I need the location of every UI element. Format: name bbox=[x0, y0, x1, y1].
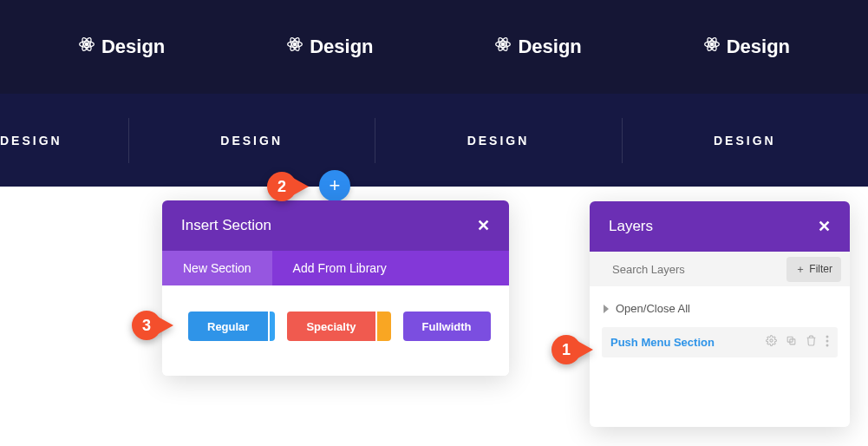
brand-label: Design bbox=[727, 36, 790, 58]
callout-2: 2 bbox=[267, 172, 297, 201]
tab-label: New Section bbox=[183, 261, 251, 275]
duplicate-icon[interactable] bbox=[786, 335, 797, 350]
regular-group: Regular bbox=[188, 312, 275, 341]
atom-icon bbox=[78, 36, 95, 58]
regular-button[interactable]: Regular bbox=[188, 312, 268, 341]
brand-item: Design bbox=[286, 36, 373, 58]
layer-item-label: Push Menu Section bbox=[610, 336, 766, 349]
atom-icon bbox=[286, 36, 303, 58]
nav-label: DESIGN bbox=[467, 134, 530, 148]
nav-item[interactable]: DESIGN bbox=[128, 134, 375, 148]
specialty-button[interactable]: Specialty bbox=[287, 312, 375, 341]
specialty-button-accent[interactable] bbox=[377, 312, 391, 341]
brand-item: Design bbox=[78, 36, 165, 58]
layers-toolbar: ＋ Filter bbox=[590, 252, 850, 286]
svg-point-0 bbox=[85, 43, 88, 45]
regular-button-accent[interactable] bbox=[270, 312, 275, 341]
triangle-right-icon bbox=[604, 305, 609, 313]
callout-bubble: 2 bbox=[267, 172, 297, 201]
panel-title: Insert Section bbox=[181, 217, 271, 234]
close-icon[interactable]: ✕ bbox=[477, 216, 490, 235]
svg-point-21 bbox=[826, 344, 829, 347]
nav-label: DESIGN bbox=[220, 134, 283, 148]
svg-point-8 bbox=[502, 43, 505, 45]
tab-add-from-library[interactable]: Add From Library bbox=[272, 251, 408, 285]
layer-item[interactable]: Push Menu Section bbox=[602, 327, 838, 357]
add-section-button[interactable]: + bbox=[319, 170, 350, 201]
nav-bar: DESIGN DESIGN DESIGN DESIGN bbox=[0, 94, 868, 187]
layer-item-actions bbox=[766, 335, 829, 350]
button-label: Fullwidth bbox=[422, 320, 472, 333]
svg-point-16 bbox=[770, 339, 773, 342]
brand-label: Design bbox=[101, 36, 165, 58]
button-label: Specialty bbox=[306, 320, 356, 333]
close-icon[interactable]: ✕ bbox=[818, 217, 831, 236]
layers-body: Open/Close All Push Menu Section bbox=[590, 286, 850, 368]
gear-icon[interactable] bbox=[766, 335, 777, 350]
nav-label: DESIGN bbox=[714, 134, 776, 148]
atom-icon bbox=[494, 36, 512, 58]
svg-point-12 bbox=[710, 43, 713, 45]
nav-item[interactable]: DESIGN bbox=[0, 134, 128, 148]
brand-item: Design bbox=[494, 36, 581, 58]
brand-label: Design bbox=[310, 36, 373, 58]
atom-icon bbox=[703, 36, 721, 58]
callout-bubble: 3 bbox=[132, 311, 161, 340]
callout-3: 3 bbox=[132, 311, 161, 340]
plus-icon: + bbox=[330, 174, 341, 197]
insert-section-panel: Insert Section ✕ New Section Add From Li… bbox=[162, 200, 509, 376]
panel-header: Insert Section ✕ bbox=[162, 200, 509, 251]
brand-bar: Design Design Design Design bbox=[0, 0, 868, 94]
toggle-open-close-all[interactable]: Open/Close All bbox=[602, 297, 838, 327]
toggle-label: Open/Close All bbox=[616, 302, 690, 315]
plus-icon: ＋ bbox=[795, 262, 806, 277]
fullwidth-button[interactable]: Fullwidth bbox=[403, 312, 491, 341]
nav-label: DESIGN bbox=[0, 134, 62, 148]
button-label: Regular bbox=[207, 320, 249, 333]
filter-button[interactable]: ＋ Filter bbox=[786, 257, 841, 282]
brand-item: Design bbox=[703, 36, 790, 58]
filter-label: Filter bbox=[809, 263, 832, 275]
svg-point-19 bbox=[826, 336, 829, 338]
svg-point-20 bbox=[826, 340, 829, 343]
tab-new-section[interactable]: New Section bbox=[162, 251, 272, 285]
brand-label: Design bbox=[518, 36, 581, 58]
svg-point-4 bbox=[294, 43, 297, 45]
nav-item[interactable]: DESIGN bbox=[375, 134, 621, 148]
tab-label: Add From Library bbox=[293, 261, 387, 275]
layers-panel: Layers ✕ ＋ Filter Open/Close All Push Me… bbox=[590, 201, 850, 427]
panel-header: Layers ✕ bbox=[590, 201, 850, 252]
more-icon[interactable] bbox=[826, 335, 829, 350]
insert-tabs: New Section Add From Library bbox=[162, 251, 509, 285]
search-input[interactable] bbox=[598, 258, 780, 281]
panel-title: Layers bbox=[609, 218, 653, 235]
callout-bubble: 1 bbox=[551, 335, 581, 364]
specialty-group: Specialty bbox=[287, 312, 390, 341]
insert-body: Regular Specialty Fullwidth bbox=[162, 285, 509, 376]
callout-1: 1 bbox=[551, 335, 581, 364]
nav-item[interactable]: DESIGN bbox=[622, 134, 868, 148]
trash-icon[interactable] bbox=[806, 335, 817, 350]
